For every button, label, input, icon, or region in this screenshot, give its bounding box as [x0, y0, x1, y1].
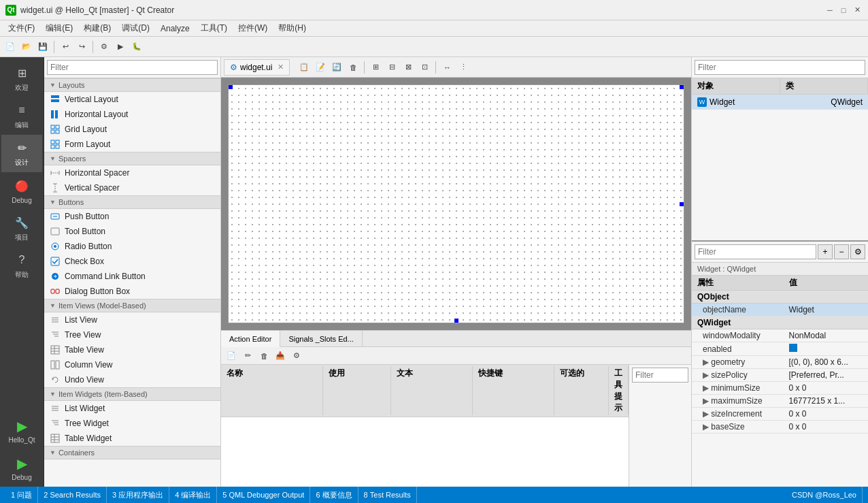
- widget-undo-view[interactable]: Undo View: [44, 372, 220, 387]
- canvas-layout-btn-3[interactable]: ⊠: [401, 60, 416, 75]
- widget-vertical-layout[interactable]: Vertical Layout: [44, 92, 220, 107]
- widget-form-layout[interactable]: Form Layout: [44, 137, 220, 152]
- toolbar-open[interactable]: 📂: [19, 39, 34, 54]
- prop-sizeincrement-value[interactable]: 0 x 0: [784, 408, 869, 421]
- sidebar-item-debug[interactable]: 🔴 Debug: [1, 172, 42, 210]
- widget-table-widget[interactable]: Table Widget: [44, 431, 220, 446]
- design-canvas[interactable]: [228, 84, 684, 323]
- canvas-layout-btn-4[interactable]: ⊡: [417, 60, 432, 75]
- prop-row-enabled[interactable]: enabled: [692, 342, 868, 356]
- menu-widgets[interactable]: 控件(W): [233, 21, 273, 36]
- prop-row-sizepolicy[interactable]: ▶ sizePolicy [Preferred, Pr...: [692, 369, 868, 382]
- canvas-area[interactable]: [221, 78, 691, 330]
- status-summary[interactable]: 6 概要信息: [310, 487, 358, 503]
- toolbar-save[interactable]: 💾: [35, 39, 50, 54]
- widget-horizontal-layout[interactable]: Horizontal Layout: [44, 107, 220, 122]
- section-item-views[interactable]: ▼ Item Views (Model-Based): [44, 299, 220, 312]
- toolbar-build[interactable]: ⚙: [97, 39, 112, 54]
- menu-help[interactable]: 帮助(H): [273, 21, 312, 36]
- widget-dialog-button-box[interactable]: Dialog Button Box: [44, 284, 220, 299]
- prop-row-minimumsize[interactable]: ▶ minimumSize 0 x 0: [692, 382, 868, 395]
- basesize-expand[interactable]: ▶: [703, 422, 711, 432]
- toolbar-redo[interactable]: ↪: [74, 39, 89, 54]
- tab-signals-slots[interactable]: Signals _Slots Ed...: [280, 331, 362, 347]
- canvas-tab-close[interactable]: ✕: [278, 63, 284, 71]
- widget-tree-widget[interactable]: Tree Widget: [44, 416, 220, 431]
- action-import-btn[interactable]: 📥: [273, 348, 288, 363]
- canvas-handle-rm[interactable]: [680, 202, 684, 206]
- prop-basesize-value[interactable]: 0 x 0: [784, 421, 869, 434]
- section-layouts[interactable]: ▼ Layouts: [44, 78, 220, 92]
- status-problems[interactable]: 1 问题: [5, 487, 38, 503]
- canvas-handle-tl[interactable]: [229, 85, 233, 89]
- sidebar-item-run[interactable]: ▶ Hello_Qt: [1, 412, 42, 449]
- canvas-layout-btn-2[interactable]: ⊟: [384, 60, 399, 75]
- prop-maximumsize-value[interactable]: 16777215 x 1...: [784, 395, 869, 408]
- close-button[interactable]: ✕: [852, 5, 863, 16]
- prop-minimumsize-value[interactable]: 0 x 0: [784, 382, 869, 395]
- action-delete-btn[interactable]: 🗑: [256, 348, 271, 363]
- prop-row-basesize[interactable]: ▶ baseSize 0 x 0: [692, 421, 868, 434]
- status-app-output[interactable]: 3 应用程序输出: [107, 487, 169, 503]
- menu-debug[interactable]: 调试(D): [116, 21, 155, 36]
- menu-file[interactable]: 文件(F): [3, 21, 40, 36]
- prop-row-maximumsize[interactable]: ▶ maximumSize 16777215 x 1...: [692, 395, 868, 408]
- prop-row-sizeincrement[interactable]: ▶ sizeIncrement 0 x 0: [692, 408, 868, 421]
- property-settings-btn[interactable]: ⚙: [850, 244, 865, 259]
- prop-windowmodality-value[interactable]: NonModal: [784, 329, 869, 342]
- canvas-handle-bm[interactable]: [454, 319, 458, 323]
- widget-table-view[interactable]: Table View: [44, 342, 220, 357]
- prop-row-objectname[interactable]: objectName Widget: [692, 304, 868, 317]
- section-spacers[interactable]: ▼ Spacers: [44, 152, 220, 165]
- menu-analyze[interactable]: Analyze: [155, 21, 195, 36]
- canvas-layout-btn-1[interactable]: ⊞: [368, 60, 383, 75]
- section-containers[interactable]: ▼ Containers: [44, 446, 220, 459]
- action-new-btn[interactable]: 📄: [224, 348, 239, 363]
- maximize-button[interactable]: □: [838, 5, 849, 16]
- widget-tool-button[interactable]: Tool Button: [44, 224, 220, 239]
- maximumsize-expand[interactable]: ▶: [703, 396, 711, 406]
- sizepolicy-expand[interactable]: ▶: [703, 370, 711, 380]
- prop-geometry-value[interactable]: [(0, 0), 800 x 6...: [784, 356, 869, 369]
- widget-check-box[interactable]: Check Box: [44, 254, 220, 269]
- sidebar-item-design[interactable]: ✏ 设计: [1, 135, 42, 172]
- canvas-toolbar-btn-3[interactable]: 🔄: [329, 60, 344, 75]
- prop-row-geometry[interactable]: ▶ geometry [(0, 0), 800 x 6...: [692, 356, 868, 369]
- toolbar-debug[interactable]: 🐛: [129, 39, 144, 54]
- status-search[interactable]: 2 Search Results: [38, 487, 107, 503]
- minimumsize-expand[interactable]: ▶: [703, 383, 711, 393]
- action-filter-input[interactable]: [632, 368, 688, 383]
- prop-sizepolicy-value[interactable]: [Preferred, Pr...: [784, 369, 869, 382]
- canvas-toolbar-btn-2[interactable]: 📝: [313, 60, 328, 75]
- widget-radio-button[interactable]: Radio Button: [44, 239, 220, 254]
- minimize-button[interactable]: ─: [824, 5, 835, 16]
- window-controls[interactable]: ─ □ ✕: [824, 5, 863, 16]
- action-settings-btn[interactable]: ⚙: [289, 348, 304, 363]
- prop-objectname-value[interactable]: Widget: [784, 304, 869, 317]
- sidebar-item-welcome[interactable]: ⊞ 欢迎: [1, 60, 42, 97]
- status-compile[interactable]: 4 编译输出: [169, 487, 217, 503]
- tab-action-editor[interactable]: Action Editor: [221, 331, 280, 347]
- enabled-checkbox[interactable]: [789, 344, 797, 352]
- prop-row-windowmodality[interactable]: windowModality NonModal: [692, 329, 868, 342]
- property-remove-btn[interactable]: −: [834, 244, 849, 259]
- canvas-tab-label[interactable]: widget.ui: [240, 63, 272, 72]
- widget-command-link-button[interactable]: Command Link Button: [44, 269, 220, 284]
- sidebar-item-debug-run[interactable]: ▶ Debug: [1, 449, 42, 487]
- sidebar-item-edit[interactable]: ≡ 编辑: [1, 97, 42, 135]
- canvas-snap-btn[interactable]: ⋮: [456, 60, 471, 75]
- section-buttons[interactable]: ▼ Buttons: [44, 195, 220, 209]
- geometry-expand[interactable]: ▶: [703, 357, 711, 367]
- toolbar-undo[interactable]: ↩: [58, 39, 73, 54]
- action-edit-btn[interactable]: ✏: [240, 348, 255, 363]
- object-inspector-filter-input[interactable]: [695, 60, 865, 75]
- widget-list-widget[interactable]: List Widget: [44, 401, 220, 416]
- canvas-handle-tr[interactable]: [680, 85, 684, 89]
- widget-tree-view[interactable]: Tree View: [44, 327, 220, 342]
- canvas-toolbar-btn-1[interactable]: 📋: [297, 60, 312, 75]
- menu-build[interactable]: 构建(B): [78, 21, 116, 36]
- widget-horizontal-spacer[interactable]: Horizontal Spacer: [44, 165, 220, 180]
- sidebar-item-project[interactable]: 🔧 项目: [1, 210, 42, 247]
- toolbar-run[interactable]: ▶: [113, 39, 128, 54]
- object-table-row[interactable]: W Widget QWidget: [692, 95, 868, 110]
